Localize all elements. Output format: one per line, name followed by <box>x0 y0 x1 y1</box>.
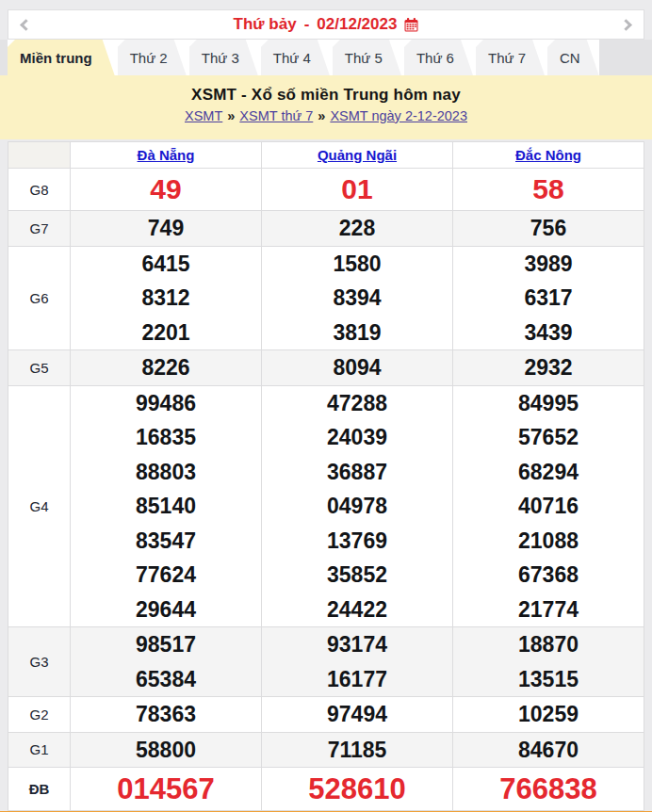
tabs-strip: Miền trungThứ 2Thứ 3Thứ 4Thứ 5Thứ 6Thứ 7… <box>8 40 599 75</box>
prize-number: 84670 <box>453 733 644 768</box>
prize-number: 65384 <box>71 662 261 697</box>
prize-number: 04978 <box>262 489 452 524</box>
date-separator: - <box>304 15 310 34</box>
prize-row-g8: G8490158 <box>8 169 644 211</box>
prize-row-g5: G5822680942932 <box>8 350 644 386</box>
prize-cell: 49 <box>71 169 262 211</box>
breadcrumb-separator: » <box>227 108 235 123</box>
prize-number: 13769 <box>262 524 452 559</box>
prize-cell: 58800 <box>71 732 262 768</box>
prize-number: 24422 <box>262 593 452 627</box>
chevron-right-icon[interactable] <box>620 19 632 31</box>
prize-number: 68294 <box>453 455 644 490</box>
prize-cell: 47288240393688704978137693585224422 <box>262 385 453 627</box>
breadcrumb-link[interactable]: XSMT <box>185 108 222 123</box>
prize-label: ĐB <box>8 768 71 811</box>
prize-number: 57652 <box>453 420 644 455</box>
table-body: G8490158G7749228756G66415831222011580839… <box>8 169 644 811</box>
column-header: Quảng Ngãi <box>262 142 453 169</box>
prize-cell: 158083943819 <box>262 246 453 350</box>
prize-cell: 528610 <box>262 768 453 811</box>
prize-cell: 01 <box>262 169 453 211</box>
prize-number: 98517 <box>71 627 261 662</box>
prize-number: 756 <box>453 211 644 246</box>
prize-cell: 84670 <box>453 732 644 768</box>
prize-cell: 749 <box>71 211 262 247</box>
date-value: 02/12/2023 <box>317 15 397 34</box>
tab-mien-trung[interactable]: Miền trung <box>8 40 115 75</box>
prize-number: 21088 <box>453 524 644 559</box>
prize-number: 766838 <box>453 768 644 810</box>
column-header: Đà Nẵng <box>71 142 262 169</box>
prize-number: 24039 <box>262 420 452 455</box>
province-link[interactable]: Quảng Ngãi <box>318 147 397 163</box>
prize-cell: 756 <box>453 211 644 247</box>
prize-cell: 97494 <box>262 697 453 733</box>
breadcrumb-link[interactable]: XSMT thứ 7 <box>239 108 313 123</box>
prize-row-g1: G1588007118584670 <box>8 732 644 768</box>
prize-cell: 10259 <box>453 697 644 733</box>
prize-number: 93174 <box>262 627 452 662</box>
prize-number: 49 <box>71 169 261 210</box>
table-corner-cell <box>8 142 71 169</box>
prize-number: 8312 <box>71 281 261 316</box>
day-tabs-bar: Miền trungThứ 2Thứ 3Thứ 4Thứ 5Thứ 6Thứ 7… <box>0 40 652 75</box>
tab-thu-4[interactable]: Thứ 4 <box>261 40 330 75</box>
prize-number: 6317 <box>453 281 644 316</box>
tab-cn[interactable]: CN <box>547 40 599 75</box>
prize-number: 85140 <box>71 489 261 524</box>
prize-label: G2 <box>8 697 71 733</box>
prize-cell: 228 <box>262 211 453 247</box>
prize-cell: 9851765384 <box>71 627 262 697</box>
prize-cell: 641583122201 <box>71 246 262 350</box>
prize-row-đb: ĐB014567528610766838 <box>8 768 644 811</box>
prize-cell: 58 <box>453 169 644 211</box>
prize-cell: 78363 <box>71 697 262 733</box>
province-link[interactable]: Đắc Nông <box>515 147 581 163</box>
table-header-row: Đà NẵngQuảng NgãiĐắc Nông <box>8 142 644 169</box>
prize-number: 84995 <box>453 386 644 421</box>
prize-number: 3439 <box>453 316 644 350</box>
prize-number: 71185 <box>262 733 452 768</box>
breadcrumb-separator: » <box>318 108 325 123</box>
prize-number: 88803 <box>71 455 261 490</box>
prize-cell: 2932 <box>453 350 644 386</box>
prize-number: 47288 <box>262 386 452 421</box>
prize-number: 78363 <box>71 697 261 732</box>
prize-number: 36887 <box>262 455 452 490</box>
prize-cell: 9317416177 <box>262 627 453 697</box>
prize-number: 228 <box>262 211 452 246</box>
tab-thu-3[interactable]: Thứ 3 <box>189 40 258 75</box>
prize-cell: 71185 <box>262 732 453 768</box>
prize-cell: 766838 <box>453 768 644 811</box>
prize-number: 1580 <box>262 247 452 282</box>
prize-cell: 8094 <box>262 350 453 386</box>
province-link[interactable]: Đà Nẵng <box>138 147 195 163</box>
results-table: Đà NẵngQuảng NgãiĐắc Nông G8490158G77492… <box>8 141 644 811</box>
tab-thu-5[interactable]: Thứ 5 <box>333 40 401 75</box>
prize-number: 16177 <box>262 662 452 697</box>
prize-number: 749 <box>71 211 261 246</box>
chevron-left-icon[interactable] <box>20 19 32 31</box>
current-date: Thứ bảy - 02/12/2023 <box>234 15 419 34</box>
tab-thu-2[interactable]: Thứ 2 <box>118 40 187 75</box>
prize-number: 8226 <box>71 350 261 385</box>
prize-number: 35852 <box>262 558 452 593</box>
prize-label: G3 <box>8 627 71 697</box>
prize-number: 6415 <box>71 247 261 282</box>
calendar-icon[interactable] <box>404 18 418 32</box>
prize-label: G8 <box>8 169 71 211</box>
prize-label: G1 <box>8 732 71 768</box>
prize-number: 83547 <box>71 524 261 559</box>
prize-row-g7: G7749228756 <box>8 211 644 247</box>
prize-row-g4: G499486168358880385140835477762429644472… <box>8 385 644 627</box>
prize-number: 29644 <box>71 593 261 627</box>
breadcrumb-link[interactable]: XSMT ngày 2-12-2023 <box>330 108 467 123</box>
tab-thu-7[interactable]: Thứ 7 <box>476 40 545 75</box>
prize-number: 58 <box>453 169 644 210</box>
prize-cell: 398963173439 <box>453 246 644 350</box>
prize-number: 01 <box>262 169 452 210</box>
title-band: XSMT - Xổ số miền Trung hôm nay XSMT»XSM… <box>0 75 652 139</box>
prize-number: 8394 <box>262 281 452 316</box>
tab-thu-6[interactable]: Thứ 6 <box>404 40 473 75</box>
